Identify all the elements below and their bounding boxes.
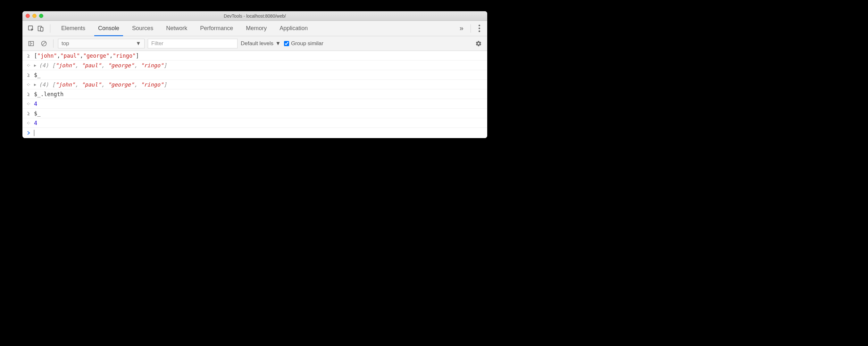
tab-application[interactable]: Application: [273, 21, 314, 36]
svg-point-14: [29, 122, 30, 123]
separator: [50, 24, 50, 33]
console-settings-icon[interactable]: [474, 39, 483, 49]
group-similar-label: Group similar: [291, 40, 323, 47]
console-input-row[interactable]: $_: [23, 70, 487, 80]
input-marker-icon: [26, 73, 31, 77]
tab-sources[interactable]: Sources: [126, 21, 160, 36]
tab-console[interactable]: Console: [92, 21, 126, 36]
console-toolbar: top ▼ Default levels ▼ Group similar: [23, 36, 487, 51]
console-input-row[interactable]: ["john","paul","george","ringo"]: [23, 51, 487, 61]
console-output-row[interactable]: 4: [23, 118, 487, 128]
prompt-marker-icon: [26, 131, 31, 135]
levels-label: Default levels: [241, 40, 273, 47]
console-output-row[interactable]: ▶(4) ["john", "paul", "george", "ringo"]: [23, 80, 487, 89]
svg-point-12: [29, 103, 30, 104]
svg-rect-3: [29, 41, 34, 45]
console-input-row[interactable]: $_.length: [23, 89, 487, 99]
code-content: (4) ["john", "paul", "george", "ringo"]: [39, 62, 167, 68]
code-content: $_.length: [34, 91, 63, 97]
devtools-tabbar: ElementsConsoleSourcesNetworkPerformance…: [23, 21, 487, 36]
inspect-element-icon[interactable]: [26, 24, 36, 33]
code-content: 4: [34, 120, 37, 126]
console-output-row[interactable]: ▶(4) ["john", "paul", "george", "ringo"]: [23, 61, 487, 70]
svg-point-10: [29, 84, 30, 85]
traffic-lights: [26, 14, 43, 18]
separator: [470, 24, 471, 33]
group-similar-input[interactable]: [284, 41, 289, 46]
window-title: DevTools - localhost:8080/web/: [23, 13, 487, 19]
context-label: top: [62, 40, 69, 47]
expand-icon[interactable]: ▶: [34, 63, 36, 68]
tab-network[interactable]: Network: [160, 21, 194, 36]
code-content: $_: [34, 72, 40, 78]
console-output-row[interactable]: 4: [23, 99, 487, 108]
window-titlebar[interactable]: DevTools - localhost:8080/web/: [23, 11, 487, 21]
expand-icon[interactable]: ▶: [34, 82, 36, 87]
tab-performance[interactable]: Performance: [194, 21, 240, 36]
output-marker-icon: [26, 121, 31, 125]
minimize-window-button[interactable]: [32, 14, 36, 18]
panel-tabs: ElementsConsoleSourcesNetworkPerformance…: [55, 21, 456, 36]
clear-console-icon[interactable]: [39, 39, 49, 49]
output-marker-icon: [26, 63, 31, 67]
dropdown-triangle-icon: ▼: [135, 40, 141, 47]
console-prompt[interactable]: [23, 128, 487, 138]
execution-context-select[interactable]: top ▼: [58, 39, 145, 49]
console-input-row[interactable]: $_: [23, 108, 487, 118]
code-content: ["john","paul","george","ringo"]: [34, 53, 139, 59]
svg-rect-2: [40, 27, 43, 31]
svg-point-8: [29, 65, 30, 66]
dropdown-triangle-icon: ▼: [275, 40, 281, 47]
text-cursor: [34, 130, 34, 136]
console-output[interactable]: ["john","paul","george","ringo"]▶(4) ["j…: [23, 51, 487, 138]
close-window-button[interactable]: [26, 14, 30, 18]
maximize-window-button[interactable]: [39, 14, 43, 18]
more-tabs-icon[interactable]: »: [456, 24, 466, 33]
input-marker-icon: [26, 54, 31, 58]
filter-input[interactable]: [148, 39, 238, 49]
input-marker-icon: [26, 92, 31, 96]
code-content: (4) ["john", "paul", "george", "ringo"]: [39, 82, 167, 88]
input-marker-icon: [26, 112, 31, 115]
log-levels-select[interactable]: Default levels ▼: [241, 40, 281, 47]
more-options-icon[interactable]: [475, 25, 483, 32]
separator: [53, 39, 54, 48]
device-toolbar-icon[interactable]: [36, 24, 45, 33]
output-marker-icon: [26, 102, 31, 106]
code-content: 4: [34, 101, 37, 107]
toggle-sidebar-icon[interactable]: [26, 39, 36, 49]
tab-memory[interactable]: Memory: [240, 21, 273, 36]
code-content: $_: [34, 110, 40, 117]
devtools-window: DevTools - localhost:8080/web/ ElementsC…: [23, 11, 487, 138]
group-similar-checkbox[interactable]: Group similar: [284, 40, 323, 47]
tab-elements[interactable]: Elements: [55, 21, 92, 36]
output-marker-icon: [26, 83, 31, 87]
svg-line-6: [42, 42, 45, 45]
